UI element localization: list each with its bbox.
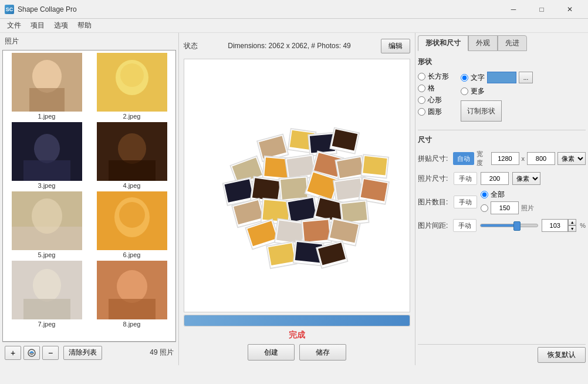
svg-point-10 <box>118 133 146 164</box>
shape-circle-option[interactable]: 圆形 <box>418 107 449 117</box>
reset-button[interactable]: 恢复默认 <box>538 347 586 363</box>
spacing-row: 图片间距: 手动 103 ▲ ▼ % <box>418 219 586 232</box>
list-item[interactable]: 3.jpeg <box>5 122 88 189</box>
photos-container[interactable]: 1.jpeg 2.jpeg <box>2 50 176 342</box>
list-item[interactable]: 5.jpeg <box>5 191 88 258</box>
shape-grid-radio[interactable] <box>418 85 425 92</box>
collage-size-auto-row: 自动 宽度 1280 x 800 像素 <box>453 150 586 167</box>
list-item[interactable]: 1.jpeg <box>5 53 88 120</box>
maximize-button[interactable]: □ <box>528 0 555 19</box>
shape-heart-option[interactable]: 心形 <box>418 95 449 105</box>
edit-button[interactable]: 编辑 <box>381 39 410 53</box>
photo-name: 1.jpeg <box>38 113 56 120</box>
photo-name: 7.jpeg <box>38 321 56 328</box>
slider-thumb[interactable] <box>513 221 521 231</box>
shape-more-radio[interactable] <box>461 87 468 95</box>
manual-label: 手动 <box>454 172 477 185</box>
count-custom-row: 150 照片 <box>481 201 534 214</box>
count-all-radio[interactable] <box>481 191 488 198</box>
svg-rect-72 <box>276 220 304 243</box>
tabs-container: 形状和尺寸 外观 先进 <box>418 35 586 51</box>
shape-rectangle-radio[interactable] <box>418 73 425 80</box>
tab-shape-size[interactable]: 形状和尺寸 <box>418 35 468 51</box>
shape-heart-radio[interactable] <box>418 96 425 104</box>
left-toolbar: + − 清除列表 49 照片 <box>2 342 176 363</box>
spacing-value-input[interactable]: 103 <box>542 219 568 232</box>
photo-size-input[interactable]: 200 <box>481 172 509 185</box>
spin-down-button[interactable]: ▼ <box>568 225 576 232</box>
remove-photo-button[interactable]: − <box>42 346 59 360</box>
shape-section-title: 形状 <box>418 56 586 68</box>
minimize-button[interactable]: ─ <box>500 0 527 19</box>
width-input[interactable]: 1280 <box>491 152 519 165</box>
svg-point-22 <box>117 270 147 303</box>
photos-label: 照片 <box>521 204 534 213</box>
tab-appearance[interactable]: 外观 <box>468 35 498 51</box>
center-panel: 状态 Dimensions: 2062 x 2062, # Photos: 49… <box>179 33 415 365</box>
svg-point-19 <box>33 269 61 302</box>
shape-text-option[interactable]: 文字 <box>461 73 485 83</box>
photo-name: 5.jpeg <box>38 251 56 258</box>
height-input[interactable]: 800 <box>527 152 555 165</box>
progress-container <box>184 315 410 326</box>
svg-rect-8 <box>23 160 70 181</box>
list-item[interactable]: 4.jpeg <box>90 122 173 189</box>
collage-preview <box>184 59 410 312</box>
shape-text-input[interactable] <box>487 72 516 83</box>
text-shape-row: 文字 ... <box>461 72 533 83</box>
create-button[interactable]: 创建 <box>248 344 295 361</box>
auto-label: 自动 <box>453 152 475 165</box>
collage-size-label: 拼贴尺寸: <box>418 154 450 164</box>
percent-label: % <box>580 222 586 229</box>
photo-name: 4.jpeg <box>123 182 141 189</box>
clear-list-button[interactable]: 清除列表 <box>63 346 102 360</box>
size-section: 尺寸 拼贴尺寸: 自动 宽度 1280 x 800 像素 <box>418 134 586 237</box>
photo-count: 49 照片 <box>150 348 174 358</box>
photo-size-row: 照片尺寸: 手动 200 像素 <box>418 172 586 185</box>
collage-svg <box>184 59 410 312</box>
list-item[interactable]: 2.jpeg <box>90 53 173 120</box>
count-value-input[interactable]: 150 <box>491 201 519 214</box>
shape-content: 长方形 格 心形 圆形 <box>418 72 586 122</box>
count-custom-radio[interactable] <box>481 204 488 212</box>
photo-unit-select[interactable]: 像素 <box>512 172 540 185</box>
photo-name: 3.jpeg <box>38 182 56 189</box>
list-item[interactable]: 6.jpeg <box>90 191 173 258</box>
size-unit-select[interactable]: 像素 <box>557 152 586 165</box>
svg-rect-68 <box>342 201 367 222</box>
menu-help[interactable]: 帮助 <box>73 19 96 32</box>
close-button[interactable]: ✕ <box>556 0 583 19</box>
custom-shape-button[interactable]: 订制形状 <box>461 100 502 122</box>
app-title: Shape Collage Pro <box>18 5 500 14</box>
status-label: 状态 <box>184 41 198 51</box>
menu-file[interactable]: 文件 <box>2 19 26 32</box>
more-shape-row: 更多 <box>461 86 533 96</box>
import-button[interactable] <box>23 346 40 360</box>
count-options: 全部 150 照片 <box>481 190 534 214</box>
list-item[interactable]: 8.jpeg <box>90 261 173 328</box>
collage-size-row: 拼贴尺寸: 自动 宽度 1280 x 800 像素 <box>418 150 586 167</box>
shape-text-radio[interactable] <box>461 74 468 82</box>
shape-grid-option[interactable]: 格 <box>418 83 449 93</box>
shape-rectangle-option[interactable]: 长方形 <box>418 72 449 82</box>
shape-circle-radio[interactable] <box>418 108 425 116</box>
menu-options[interactable]: 选项 <box>49 19 73 32</box>
text-dots-button[interactable]: ... <box>519 72 533 83</box>
list-item[interactable]: 7.jpeg <box>5 261 88 328</box>
count-all-option[interactable]: 全部 <box>481 190 534 200</box>
photo-name: 8.jpeg <box>123 321 141 328</box>
spin-up-button[interactable]: ▲ <box>568 219 576 225</box>
status-bar: 状态 Dimensions: 2062 x 2062, # Photos: 49… <box>184 35 410 56</box>
menu-project[interactable]: 项目 <box>26 19 49 32</box>
save-button[interactable]: 储存 <box>299 344 346 361</box>
slider-fill <box>481 224 515 227</box>
shape-more-option[interactable]: 更多 <box>461 86 485 96</box>
svg-rect-50 <box>252 178 280 201</box>
tab-advanced[interactable]: 先进 <box>498 35 527 51</box>
shape-section: 形状 长方形 格 心形 <box>418 56 586 122</box>
photo-thumbnail <box>97 122 167 181</box>
spacing-slider[interactable] <box>480 224 538 227</box>
add-photo-button[interactable]: + <box>5 346 21 360</box>
photo-thumbnail <box>12 261 82 319</box>
divider-1 <box>418 130 586 130</box>
